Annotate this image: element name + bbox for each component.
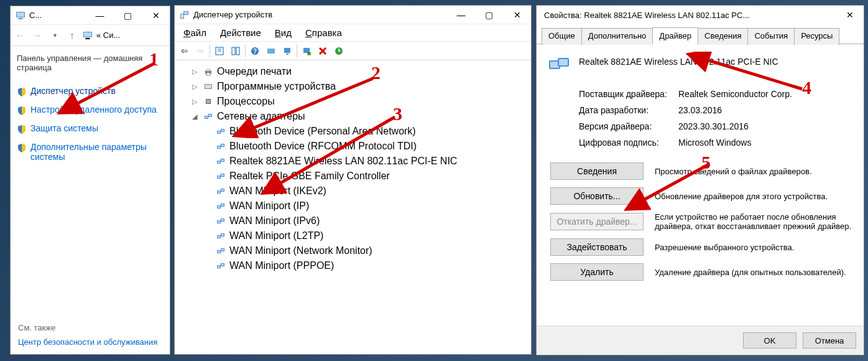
recent-dropdown[interactable]: ▾ xyxy=(48,29,62,42)
action-button[interactable]: Обновить... xyxy=(550,187,644,205)
forward-button[interactable]: → xyxy=(30,29,44,42)
property-row: Версия драйвера:2023.30.301.2016 xyxy=(548,121,852,131)
tree-item[interactable]: WAN Miniport (IKEv2) xyxy=(177,184,529,199)
svg-rect-31 xyxy=(205,85,211,88)
action-button[interactable]: Сведения xyxy=(550,162,644,180)
shield-icon xyxy=(17,106,27,116)
menu-действие[interactable]: Действие xyxy=(214,25,267,40)
home-link[interactable]: Панель управления — домашняя страница xyxy=(17,54,164,72)
tab-1[interactable]: Дополнительно xyxy=(581,28,653,45)
expand-arrow-icon[interactable]: ▷ xyxy=(192,83,200,91)
tab-strip: ОбщиеДополнительноДрайверСведенияСобытия… xyxy=(537,24,864,44)
tree-item[interactable]: WAN Miniport (Network Monitor) xyxy=(177,243,529,258)
link-label: Защита системы xyxy=(30,123,98,133)
tree-item[interactable]: ▷Процессоры xyxy=(177,94,529,109)
view-icon[interactable] xyxy=(264,44,278,58)
address-text[interactable]: « Си... xyxy=(96,30,120,40)
net-icon xyxy=(216,261,226,271)
prop-value: 2023.30.301.2016 xyxy=(678,121,749,131)
menu-файл[interactable]: Файл xyxy=(177,25,213,40)
tree-item[interactable]: ▷Очереди печати xyxy=(177,64,529,79)
shield-icon xyxy=(17,143,27,153)
close-button[interactable]: ✕ xyxy=(503,6,531,24)
titlebar: Диспетчер устройств — ▢ ✕ xyxy=(175,6,531,24)
property-row: Дата разработки:23.03.2016 xyxy=(548,105,852,115)
props2-icon[interactable] xyxy=(229,44,242,58)
close-button[interactable]: ✕ xyxy=(836,6,864,24)
sidebar-link-2[interactable]: Защита системы xyxy=(17,120,164,138)
close-button[interactable]: ✕ xyxy=(142,7,170,24)
svg-rect-65 xyxy=(221,219,224,221)
svg-rect-60 xyxy=(218,206,220,208)
svg-rect-6 xyxy=(86,38,90,39)
forward-icon[interactable]: ⇨ xyxy=(193,44,207,58)
back-button[interactable]: ← xyxy=(13,29,27,42)
maximize-button[interactable]: ▢ xyxy=(114,7,142,24)
printer-icon xyxy=(203,67,213,77)
sidebar-link-1[interactable]: Настройка удаленного доступа xyxy=(17,101,164,120)
net-icon xyxy=(216,126,226,136)
svg-rect-49 xyxy=(221,159,224,161)
tree-item[interactable]: WAN Miniport (PPPOE) xyxy=(177,258,529,273)
svg-rect-57 xyxy=(221,189,224,191)
update-icon[interactable] xyxy=(300,44,313,58)
svg-rect-20 xyxy=(284,48,290,53)
tree-item[interactable]: Bluetooth Device (Personal Area Network) xyxy=(177,124,529,139)
tree-item[interactable]: Realtek PCIe GBE Family Controller xyxy=(177,169,529,184)
device-tree[interactable]: ▷Очереди печати▷Программные устройства▷П… xyxy=(175,60,531,354)
link-label: Диспетчер устройств xyxy=(30,86,116,96)
shield-icon xyxy=(17,124,27,134)
tree-item[interactable]: Bluetooth Device (RFCOMM Protocol TDI) xyxy=(177,139,529,154)
help-icon[interactable]: ? xyxy=(248,44,262,58)
tree-item[interactable]: WAN Miniport (IP) xyxy=(177,199,529,213)
prop-label: Версия драйвера: xyxy=(579,121,678,131)
svg-rect-79 xyxy=(550,62,559,68)
minimize-button[interactable]: — xyxy=(86,7,114,24)
net-icon xyxy=(203,111,213,121)
svg-rect-28 xyxy=(206,68,210,71)
ok-button[interactable]: OK xyxy=(743,332,796,349)
tab-3[interactable]: Сведения xyxy=(698,28,748,45)
svg-rect-19 xyxy=(267,49,275,54)
tab-4[interactable]: События xyxy=(747,28,795,45)
tree-label: Bluetooth Device (Personal Area Network) xyxy=(229,126,416,137)
tree-item[interactable]: ▷Программные устройства xyxy=(177,79,529,94)
tab-2[interactable]: Драйвер xyxy=(652,27,698,44)
prop-label: Поставщик драйвера: xyxy=(579,89,678,99)
tree-item[interactable]: ◢Сетевые адаптеры xyxy=(177,109,529,124)
prop-label: Цифровая подпись: xyxy=(579,138,678,148)
collapse-arrow-icon[interactable]: ◢ xyxy=(192,113,200,121)
tree-item[interactable]: WAN Miniport (L2TP) xyxy=(177,228,529,243)
svg-rect-45 xyxy=(221,144,224,146)
uninstall-icon[interactable] xyxy=(316,44,330,58)
action-button[interactable]: Удалить xyxy=(550,263,644,281)
menu-справка[interactable]: Справка xyxy=(299,25,348,40)
props-icon[interactable] xyxy=(213,44,226,58)
sidebar-link-3[interactable]: Дополнительные параметры системы xyxy=(17,138,164,166)
scan-icon[interactable] xyxy=(280,44,294,58)
security-center-link[interactable]: Центр безопасности и обслуживания xyxy=(18,337,162,347)
tree-label: WAN Miniport (Network Monitor) xyxy=(229,245,372,256)
device-name: Realtek 8821AE Wireless LAN 802.11ac PCI… xyxy=(579,54,778,67)
tree-item[interactable]: Realtek 8821AE Wireless LAN 802.11ac PCI… xyxy=(177,154,529,169)
sidebar-link-0[interactable]: Диспетчер устройств xyxy=(17,82,164,101)
refresh-icon[interactable] xyxy=(332,44,346,58)
cancel-button[interactable]: Отмена xyxy=(803,332,856,349)
control-panel-window: С... — ▢ ✕ ← → ▾ ↑ « Си... Панель управл… xyxy=(10,6,170,355)
prop-value: 23.03.2016 xyxy=(678,105,722,115)
svg-rect-40 xyxy=(218,131,220,133)
action-button[interactable]: Задействовать xyxy=(550,238,644,256)
toolbar: ⇦ ⇨ ? xyxy=(175,42,531,60)
expand-arrow-icon[interactable]: ▷ xyxy=(192,98,200,106)
menu-вид[interactable]: Вид xyxy=(269,25,298,40)
svg-rect-7 xyxy=(85,39,90,39)
tab-0[interactable]: Общие xyxy=(542,28,582,45)
expand-arrow-icon[interactable]: ▷ xyxy=(192,68,200,76)
svg-rect-68 xyxy=(218,236,220,238)
maximize-button[interactable]: ▢ xyxy=(475,6,503,24)
up-button[interactable]: ↑ xyxy=(65,29,79,42)
tab-5[interactable]: Ресурсы xyxy=(794,28,839,45)
tree-item[interactable]: WAN Miniport (IPv6) xyxy=(177,213,529,228)
minimize-button[interactable]: — xyxy=(447,6,475,24)
back-icon[interactable]: ⇦ xyxy=(177,44,191,58)
